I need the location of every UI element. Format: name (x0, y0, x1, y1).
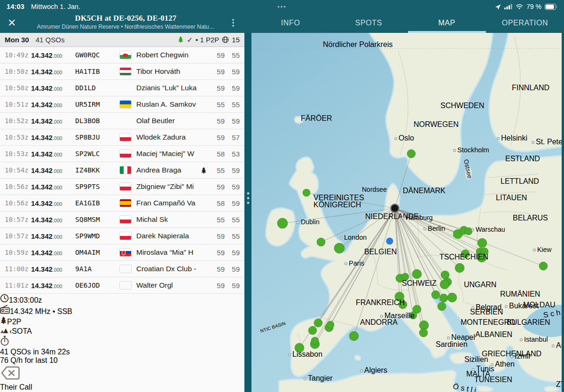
qso-row[interactable]: 10:52z 14.342.000 DL3BOB Olaf Beutler 59… (0, 113, 244, 129)
tab-operation[interactable]: OPERATION (486, 13, 564, 33)
rst-rcvd: 55 (225, 51, 244, 59)
qso-frequency: 14.342.000 (31, 150, 75, 158)
map-label: Sardinien (436, 340, 468, 348)
rst-rcvd: 59 (225, 249, 244, 257)
chip-p2p[interactable]: P2P (0, 316, 244, 326)
qso-map-marker[interactable] (439, 294, 448, 302)
qso-map-marker[interactable] (314, 319, 322, 327)
map-label: RUMÄNIEN (500, 290, 540, 298)
qso-time: 10:54z (0, 166, 31, 174)
tab-info[interactable]: INFO (251, 13, 329, 33)
qso-row[interactable]: 10:50z 14.342.000 DD1LD Dzianis “Luk” Lu… (0, 80, 244, 96)
city-dot (520, 339, 523, 341)
qso-map-marker[interactable] (440, 280, 449, 289)
country-flag-icon (120, 249, 136, 256)
log-day-header: Mon 30 41 QSOs ✓ • 1 P2P 15 (0, 33, 244, 47)
chip-13-03-00z[interactable]: 13:03:00z (0, 294, 244, 305)
qso-callsign: DL3BOB (75, 117, 120, 125)
qso-map-marker[interactable] (407, 149, 415, 158)
tab-spots[interactable]: SPOTS (329, 13, 407, 33)
qso-map-marker[interactable] (412, 269, 422, 279)
qso-frequency: 14.342.000 (31, 117, 75, 125)
qso-row[interactable]: 11:00z 14.342.000 9A1A Croatian Dx Club … (0, 261, 244, 277)
map-label: BELARUS (513, 214, 548, 222)
qso-operator-name: Wlodek Zadura (136, 133, 201, 141)
qso-map-marker[interactable] (455, 263, 464, 273)
map-label: Kiew (537, 246, 552, 253)
city-dot (505, 306, 508, 308)
rst-sent: 55 (209, 216, 225, 224)
city-dot (472, 368, 475, 371)
map-label: BULGARIEN (507, 318, 550, 326)
qso-row[interactable]: 10:57z 14.342.000 SQ8MSM Michal Sk 55 55 (0, 212, 244, 228)
qso-map-marker[interactable] (334, 243, 345, 253)
qso-row[interactable]: 10:56z 14.342.000 EA1GIB Fran Campañó Va… (0, 195, 244, 212)
qso-frequency: 14.342.000 (31, 249, 75, 257)
map-label: Helsinki (501, 134, 527, 142)
qso-map-marker[interactable] (317, 238, 325, 246)
log-day-label: Mon 30 (5, 36, 29, 44)
their-call-input[interactable]: Their Call (0, 383, 244, 392)
city-dot (360, 370, 363, 372)
backspace-button[interactable] (0, 375, 21, 383)
city-dot (304, 378, 306, 380)
qso-map-marker[interactable] (419, 329, 428, 337)
map-label: SCHWEIZ (402, 279, 437, 287)
qso-map-marker[interactable] (327, 321, 334, 329)
qso-map-marker[interactable] (438, 302, 446, 311)
qso-map-marker[interactable] (465, 227, 472, 235)
qso-map-marker[interactable] (277, 218, 288, 228)
qso-map-marker[interactable] (349, 331, 359, 341)
tab-map[interactable]: MAP (408, 13, 486, 33)
qso-map-marker[interactable] (308, 326, 317, 335)
qso-row[interactable]: 10:54z 14.342.000 IZ4BKK Andrea Braga 55… (0, 162, 244, 179)
europe-map[interactable]: Nördlicher PolarkreisFÄRÖERNORWEGENSCHWE… (251, 33, 564, 392)
kebab-menu-icon[interactable]: ⋮ (229, 17, 237, 28)
entry-panel: 13:03:00z14.342 MHz • SSBP2P‹SOTA 41 QSO… (0, 294, 244, 392)
map-edge-border (562, 33, 564, 392)
qso-frequency: 14.342.000 (31, 68, 75, 76)
activation-origin-marker[interactable] (391, 204, 399, 212)
country-flag-icon (120, 84, 136, 92)
qso-row[interactable]: 10:53z 14.342.000 SP2WLC Maciej “Maciej”… (0, 146, 244, 162)
qso-map-marker[interactable] (447, 293, 457, 302)
qso-row[interactable]: 10:51z 14.342.000 UR5IRM Ruslan A. Samko… (0, 96, 244, 113)
country-flag-icon (120, 216, 136, 223)
stopwatch-icon (0, 339, 9, 347)
clock-icon (0, 296, 9, 304)
qso-map-marker[interactable] (311, 337, 319, 345)
map-label: Dublin (301, 218, 320, 226)
qso-count-label: 41 QSOs (36, 36, 65, 44)
qso-map-marker[interactable] (303, 189, 310, 196)
qso-row[interactable]: 10:50z 14.342.000 HA1TIB Tibor Horváth 5… (0, 63, 244, 80)
confirmed-check-icon: ✓ (187, 36, 193, 44)
qso-time: 10:56z (0, 199, 31, 207)
map-label: FINNLAND (512, 84, 549, 92)
qso-operator-name: Miroslava “Mia” H (136, 248, 201, 257)
chip-sota[interactable]: ‹SOTA (0, 326, 244, 336)
qso-row[interactable]: 10:56z 14.342.000 SP9PTS Zbigniew “Zibi”… (0, 179, 244, 195)
panel-resize-handle[interactable] (244, 33, 251, 392)
qso-time: 10:50z (0, 84, 31, 92)
qso-time: 10:57z (0, 216, 31, 223)
qso-row[interactable]: 10:53z 14.342.000 SP8BJU Wlodek Zadura 5… (0, 129, 244, 146)
qso-row[interactable]: 10:59z 14.342.000 OM4AIM Miroslava “Mia”… (0, 244, 244, 261)
qso-map-marker[interactable] (431, 290, 440, 299)
country-flag-icon (120, 232, 136, 240)
qso-row[interactable]: 10:57z 14.342.000 SP9WMD Darek Napierala… (0, 228, 244, 244)
home-map-marker[interactable] (386, 238, 393, 245)
qso-map-marker[interactable] (539, 262, 548, 270)
multitask-dots[interactable]: ••• (0, 3, 564, 10)
qso-time: 10:56z (0, 183, 31, 190)
qso-row[interactable]: 10:49z 14.342.000 GW0RQC Robert Chegwin … (0, 47, 244, 63)
map-panel[interactable]: Nördlicher PolarkreisFÄRÖERNORWEGENSCHWE… (251, 33, 564, 392)
qso-operator-name: Darek Napierala (136, 232, 201, 240)
qso-frequency: 14.342.000 (31, 216, 75, 224)
map-label: FRANKREICH (356, 298, 405, 306)
qso-time: 10:49z (0, 51, 31, 59)
qso-map-marker[interactable] (478, 238, 487, 248)
chip-14-342-mhz-ssb[interactable]: 14.342 MHz • SSB (0, 305, 244, 316)
close-icon[interactable]: ✕ (8, 17, 16, 29)
map-label: Algiers (364, 366, 387, 374)
qso-row[interactable]: 11:01z 14.342.000 OE6JOD Walter Orgl 59 … (0, 277, 244, 294)
